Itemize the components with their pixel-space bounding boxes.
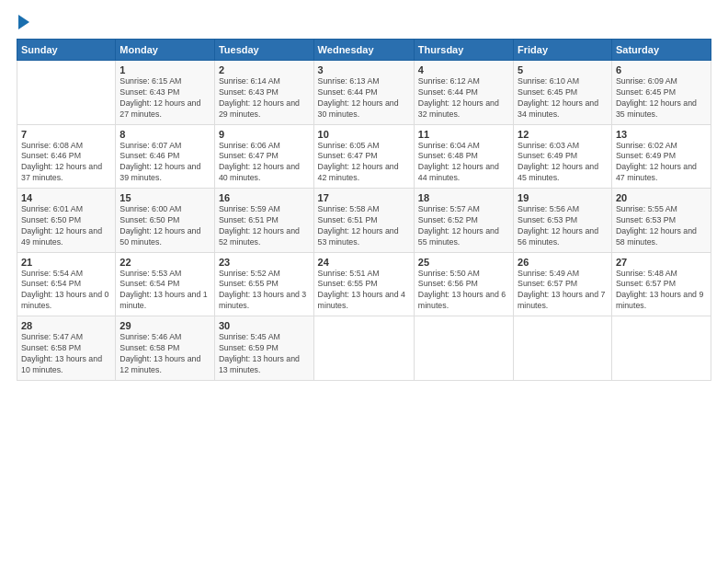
calendar-cell: 11Sunrise: 6:04 AM Sunset: 6:48 PM Dayli…: [414, 124, 513, 189]
header-row: SundayMondayTuesdayWednesdayThursdayFrid…: [17, 40, 711, 61]
day-detail: Sunrise: 6:08 AM Sunset: 6:46 PM Dayligh…: [21, 141, 111, 185]
calendar-cell: 12Sunrise: 6:03 AM Sunset: 6:49 PM Dayli…: [514, 124, 612, 189]
day-number: 26: [518, 257, 608, 268]
day-number: 15: [119, 192, 210, 203]
day-detail: Sunrise: 6:03 AM Sunset: 6:49 PM Dayligh…: [518, 141, 608, 185]
day-detail: Sunrise: 5:55 AM Sunset: 6:53 PM Dayligh…: [616, 204, 707, 248]
calendar-cell: 5Sunrise: 6:10 AM Sunset: 6:45 PM Daylig…: [514, 61, 612, 125]
week-row-3: 14Sunrise: 6:01 AM Sunset: 6:50 PM Dayli…: [17, 189, 711, 253]
day-number: 10: [318, 129, 410, 140]
day-detail: Sunrise: 5:51 AM Sunset: 6:55 PM Dayligh…: [318, 269, 410, 313]
week-row-5: 28Sunrise: 5:47 AM Sunset: 6:58 PM Dayli…: [17, 316, 711, 381]
day-number: 2: [219, 64, 310, 75]
calendar-cell: 26Sunrise: 5:49 AM Sunset: 6:57 PM Dayli…: [514, 252, 612, 316]
day-detail: Sunrise: 6:09 AM Sunset: 6:45 PM Dayligh…: [616, 76, 707, 121]
day-detail: Sunrise: 6:02 AM Sunset: 6:49 PM Dayligh…: [616, 141, 707, 185]
day-number: 3: [318, 64, 410, 75]
calendar-cell: 29Sunrise: 5:46 AM Sunset: 6:58 PM Dayli…: [116, 316, 215, 381]
header-cell-wednesday: Wednesday: [313, 40, 414, 61]
header-cell-monday: Monday: [116, 40, 215, 61]
day-detail: Sunrise: 6:06 AM Sunset: 6:47 PM Dayligh…: [219, 141, 310, 185]
calendar-cell: 28Sunrise: 5:47 AM Sunset: 6:58 PM Dayli…: [17, 316, 116, 381]
week-row-1: 1Sunrise: 6:15 AM Sunset: 6:43 PM Daylig…: [17, 61, 711, 125]
calendar-cell: 4Sunrise: 6:12 AM Sunset: 6:44 PM Daylig…: [414, 61, 513, 125]
day-detail: Sunrise: 5:49 AM Sunset: 6:57 PM Dayligh…: [518, 269, 608, 313]
day-detail: Sunrise: 5:54 AM Sunset: 6:54 PM Dayligh…: [21, 269, 111, 313]
calendar-cell: 18Sunrise: 5:57 AM Sunset: 6:52 PM Dayli…: [414, 189, 513, 253]
day-number: 5: [518, 64, 608, 75]
day-number: 22: [119, 257, 210, 268]
week-row-4: 21Sunrise: 5:54 AM Sunset: 6:54 PM Dayli…: [17, 252, 711, 316]
day-detail: Sunrise: 6:10 AM Sunset: 6:45 PM Dayligh…: [518, 76, 608, 121]
day-detail: Sunrise: 5:47 AM Sunset: 6:58 PM Dayligh…: [21, 332, 111, 376]
day-number: 25: [418, 257, 509, 268]
day-detail: Sunrise: 6:00 AM Sunset: 6:50 PM Dayligh…: [119, 204, 210, 248]
calendar-cell: 10Sunrise: 6:05 AM Sunset: 6:47 PM Dayli…: [313, 124, 414, 189]
day-detail: Sunrise: 6:07 AM Sunset: 6:46 PM Dayligh…: [119, 141, 210, 185]
calendar-cell: 22Sunrise: 5:53 AM Sunset: 6:54 PM Dayli…: [116, 252, 215, 316]
week-row-2: 7Sunrise: 6:08 AM Sunset: 6:46 PM Daylig…: [17, 124, 711, 189]
day-detail: Sunrise: 5:56 AM Sunset: 6:53 PM Dayligh…: [518, 204, 608, 248]
calendar-cell: 21Sunrise: 5:54 AM Sunset: 6:54 PM Dayli…: [17, 252, 116, 316]
calendar-cell: [313, 316, 414, 381]
day-number: 4: [418, 64, 509, 75]
day-detail: Sunrise: 5:53 AM Sunset: 6:54 PM Dayligh…: [119, 269, 210, 313]
day-detail: Sunrise: 5:48 AM Sunset: 6:57 PM Dayligh…: [616, 269, 707, 313]
calendar-cell: [611, 316, 711, 381]
header-cell-tuesday: Tuesday: [214, 40, 313, 61]
day-number: 21: [21, 257, 111, 268]
header-cell-friday: Friday: [514, 40, 612, 61]
day-number: 29: [119, 320, 210, 331]
day-detail: Sunrise: 5:58 AM Sunset: 6:51 PM Dayligh…: [318, 204, 410, 248]
calendar-cell: 17Sunrise: 5:58 AM Sunset: 6:51 PM Dayli…: [313, 189, 414, 253]
calendar-cell: 24Sunrise: 5:51 AM Sunset: 6:55 PM Dayli…: [313, 252, 414, 316]
day-detail: Sunrise: 5:46 AM Sunset: 6:58 PM Dayligh…: [119, 332, 210, 376]
header: [17, 17, 711, 29]
day-detail: Sunrise: 6:05 AM Sunset: 6:47 PM Dayligh…: [318, 141, 410, 185]
day-number: 27: [616, 257, 707, 268]
calendar-cell: 7Sunrise: 6:08 AM Sunset: 6:46 PM Daylig…: [17, 124, 116, 189]
calendar-cell: 13Sunrise: 6:02 AM Sunset: 6:49 PM Dayli…: [611, 124, 711, 189]
day-number: 16: [219, 192, 310, 203]
calendar-cell: 30Sunrise: 5:45 AM Sunset: 6:59 PM Dayli…: [214, 316, 313, 381]
day-detail: Sunrise: 5:50 AM Sunset: 6:56 PM Dayligh…: [418, 269, 509, 313]
calendar-cell: 27Sunrise: 5:48 AM Sunset: 6:57 PM Dayli…: [611, 252, 711, 316]
day-number: 17: [318, 192, 410, 203]
day-detail: Sunrise: 6:04 AM Sunset: 6:48 PM Dayligh…: [418, 141, 509, 185]
day-detail: Sunrise: 5:52 AM Sunset: 6:55 PM Dayligh…: [219, 269, 310, 313]
day-number: 20: [616, 192, 707, 203]
day-number: 6: [616, 64, 707, 75]
calendar-cell: 14Sunrise: 6:01 AM Sunset: 6:50 PM Dayli…: [17, 189, 116, 253]
day-detail: Sunrise: 6:14 AM Sunset: 6:43 PM Dayligh…: [219, 76, 310, 121]
calendar-cell: 1Sunrise: 6:15 AM Sunset: 6:43 PM Daylig…: [116, 61, 215, 125]
calendar-table: SundayMondayTuesdayWednesdayThursdayFrid…: [17, 39, 711, 381]
day-number: 8: [119, 129, 210, 140]
calendar-cell: [514, 316, 612, 381]
calendar-cell: 9Sunrise: 6:06 AM Sunset: 6:47 PM Daylig…: [214, 124, 313, 189]
day-number: 9: [219, 129, 310, 140]
calendar-cell: 16Sunrise: 5:59 AM Sunset: 6:51 PM Dayli…: [214, 189, 313, 253]
day-number: 24: [318, 257, 410, 268]
day-number: 7: [21, 129, 111, 140]
page: SundayMondayTuesdayWednesdayThursdayFrid…: [0, 0, 728, 563]
header-cell-sunday: Sunday: [17, 40, 116, 61]
header-cell-saturday: Saturday: [611, 40, 711, 61]
day-number: 1: [119, 64, 210, 75]
calendar-cell: [17, 61, 116, 125]
header-cell-thursday: Thursday: [414, 40, 513, 61]
calendar-cell: 3Sunrise: 6:13 AM Sunset: 6:44 PM Daylig…: [313, 61, 414, 125]
calendar-cell: 25Sunrise: 5:50 AM Sunset: 6:56 PM Dayli…: [414, 252, 513, 316]
logo-text: [17, 17, 29, 29]
day-number: 30: [219, 320, 310, 331]
day-detail: Sunrise: 6:12 AM Sunset: 6:44 PM Dayligh…: [418, 76, 509, 121]
day-detail: Sunrise: 5:45 AM Sunset: 6:59 PM Dayligh…: [219, 332, 310, 376]
day-detail: Sunrise: 6:13 AM Sunset: 6:44 PM Dayligh…: [318, 76, 410, 121]
calendar-cell: 2Sunrise: 6:14 AM Sunset: 6:43 PM Daylig…: [214, 61, 313, 125]
calendar-cell: 6Sunrise: 6:09 AM Sunset: 6:45 PM Daylig…: [611, 61, 711, 125]
calendar-cell: 19Sunrise: 5:56 AM Sunset: 6:53 PM Dayli…: [514, 189, 612, 253]
calendar-cell: 23Sunrise: 5:52 AM Sunset: 6:55 PM Dayli…: [214, 252, 313, 316]
day-number: 23: [219, 257, 310, 268]
day-number: 28: [21, 320, 111, 331]
day-number: 11: [418, 129, 509, 140]
day-number: 14: [21, 192, 111, 203]
